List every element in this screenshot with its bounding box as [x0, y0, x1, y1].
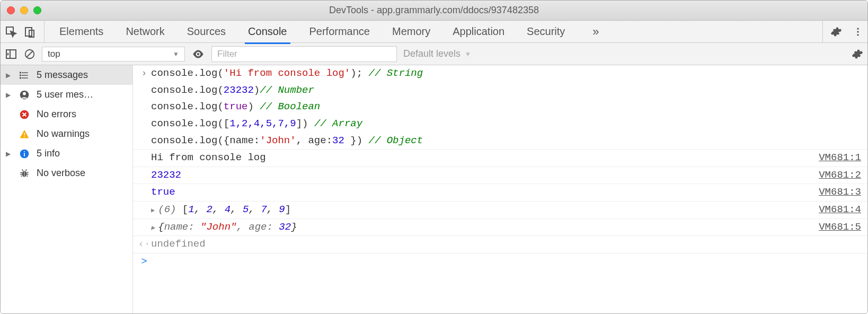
console-input-line: console.log('Hi from console log'); // S… [151, 67, 861, 81]
console-prompt-input[interactable] [151, 255, 861, 269]
console-input-row: console.log(23232)// Number [133, 82, 867, 99]
console-output-row[interactable]: ▶(6) [1, 2, 4, 5, 7, 9] VM681:4 [133, 202, 867, 219]
devtools-tabs: Elements Network Sources Console Perform… [59, 21, 822, 42]
minimize-window-button[interactable] [20, 6, 28, 14]
console-output-object: ▶{name: "John", age: 32} [151, 221, 808, 234]
settings-icon[interactable] [830, 26, 842, 38]
svg-point-4 [857, 31, 858, 32]
console-output-number: 23232 [151, 169, 808, 182]
console-body[interactable]: › console.log('Hi from console log'); //… [133, 65, 867, 313]
bug-icon [19, 168, 30, 179]
console-input-row: › console.log('Hi from console log'); //… [133, 65, 867, 82]
sidebar-item-label: 5 user mes… [37, 89, 127, 100]
sidebar-item-label: No warnings [37, 128, 127, 139]
window-controls [7, 6, 41, 14]
sidebar-item-messages[interactable]: ▶ 5 messages [1, 65, 132, 85]
log-levels-select[interactable]: Default levels ▼ [403, 48, 471, 59]
error-icon [19, 109, 30, 120]
svg-point-5 [857, 34, 858, 36]
sidebar-item-label: 5 messages [37, 69, 127, 81]
expand-icon[interactable]: ▶ [151, 224, 155, 232]
chevron-down-icon: ▼ [465, 50, 471, 58]
svg-point-18 [23, 92, 26, 95]
svg-point-10 [197, 53, 199, 55]
console-input-row: console.log({name:'John', age:32 }) // O… [133, 133, 867, 150]
live-expression-icon[interactable] [191, 47, 205, 61]
console-output-row: Hi from console log VM681:1 [133, 150, 867, 167]
console-output-row: 23232 VM681:2 [133, 167, 867, 185]
device-toolbar-icon[interactable] [24, 25, 37, 38]
console-toolbar: top ▼ Default levels ▼ [1, 43, 867, 65]
source-link[interactable]: VM681:4 [819, 203, 861, 217]
list-icon [19, 70, 30, 81]
svg-rect-23 [24, 153, 25, 156]
console-settings-icon[interactable] [852, 48, 863, 60]
console-prompt-row[interactable]: > [133, 254, 867, 271]
svg-rect-24 [24, 151, 25, 152]
warning-icon [19, 129, 30, 139]
window-title: DevTools - app.grammarly.com/ddocs/93748… [1, 5, 867, 16]
chevron-down-icon: ▼ [173, 50, 179, 58]
tab-application[interactable]: Application [453, 21, 504, 42]
console-sidebar: ▶ 5 messages ▶ 5 user mes… No errors [1, 65, 133, 313]
info-icon [19, 149, 30, 159]
execution-context-select[interactable]: top ▼ [42, 47, 185, 62]
console-output-row[interactable]: ▶{name: "John", age: 32} VM681:5 [133, 219, 867, 237]
maximize-window-button[interactable] [33, 6, 41, 14]
console-input-line: console.log(true) // Boolean [151, 100, 861, 114]
inspect-element-icon[interactable] [5, 25, 17, 38]
expand-icon: ▶ [6, 150, 12, 158]
console-output-boolean: true [151, 186, 808, 199]
svg-line-9 [27, 51, 33, 57]
tab-security[interactable]: Security [527, 21, 565, 42]
console-input-row: console.log([1,2,4,5,7,9]) // Array [133, 116, 867, 133]
tab-performance[interactable]: Performance [309, 21, 370, 42]
tab-elements[interactable]: Elements [59, 21, 103, 42]
sidebar-item-verbose[interactable]: No verbose [1, 163, 132, 183]
sidebar-item-info[interactable]: ▶ 5 info [1, 144, 132, 163]
sidebar-item-label: No verbose [37, 168, 127, 179]
execution-context-label: top [48, 49, 60, 59]
expand-icon[interactable]: ▶ [151, 207, 155, 214]
devtools-tabbar: Elements Network Sources Console Perform… [1, 21, 867, 43]
result-icon: ‹· [137, 238, 151, 251]
console-input-row: console.log(true) // Boolean [133, 99, 867, 116]
svg-point-15 [20, 75, 21, 76]
sidebar-item-warnings[interactable]: No warnings [1, 124, 132, 144]
source-link[interactable]: VM681:1 [819, 151, 861, 165]
console-result-row: ‹· undefined [133, 236, 867, 254]
tab-memory[interactable]: Memory [392, 21, 430, 42]
tab-console[interactable]: Console [248, 21, 287, 42]
sidebar-item-label: 5 info [37, 148, 127, 159]
svg-point-16 [20, 77, 21, 78]
prompt-icon: > [137, 255, 151, 269]
toggle-sidebar-icon[interactable] [5, 48, 17, 60]
console-output-array: ▶(6) [1, 2, 4, 5, 7, 9] [151, 203, 808, 217]
svg-rect-21 [24, 136, 25, 137]
sidebar-item-user-messages[interactable]: ▶ 5 user mes… [1, 85, 132, 104]
source-link[interactable]: VM681:5 [819, 221, 861, 234]
close-window-button[interactable] [7, 6, 15, 14]
svg-point-3 [857, 28, 858, 29]
source-link[interactable]: VM681:2 [819, 169, 861, 182]
expand-icon: ▶ [6, 72, 12, 79]
clear-console-icon[interactable] [24, 48, 36, 60]
tabs-overflow-button[interactable]: » [587, 25, 604, 39]
tab-sources[interactable]: Sources [187, 21, 226, 42]
window-titlebar: DevTools - app.grammarly.com/ddocs/93748… [1, 1, 867, 21]
log-levels-label: Default levels [403, 48, 460, 59]
console-output-row: true VM681:3 [133, 184, 867, 202]
console-output-text: Hi from console log [151, 151, 808, 165]
svg-rect-20 [24, 133, 25, 135]
source-link[interactable]: VM681:3 [819, 186, 861, 199]
expand-icon: ▶ [6, 91, 12, 99]
kebab-menu-icon[interactable] [853, 27, 863, 37]
user-icon [19, 90, 30, 100]
console-result-text: undefined [151, 238, 861, 251]
filter-input[interactable] [211, 46, 397, 62]
tab-network[interactable]: Network [126, 21, 164, 42]
sidebar-item-errors[interactable]: No errors [1, 104, 132, 124]
console-input-line: console.log([1,2,4,5,7,9]) // Array [151, 117, 861, 131]
svg-point-14 [20, 72, 21, 73]
console-input-line: console.log(23232)// Number [151, 84, 861, 98]
